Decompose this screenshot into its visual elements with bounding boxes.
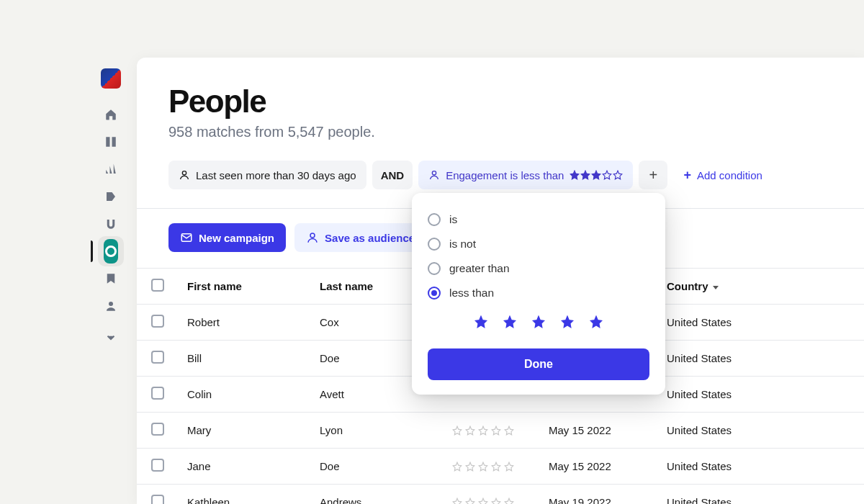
sidebar — [94, 68, 128, 345]
chevron-down-icon[interactable] — [104, 330, 118, 345]
filter-chip-label: Last seen more than 30 days ago — [196, 169, 356, 181]
new-campaign-button[interactable]: New campaign — [168, 223, 286, 252]
table-row[interactable]: JaneDoeMay 15 2022United States — [137, 449, 864, 485]
cell-last-seen: May 15 2022 — [537, 449, 655, 485]
cell-first-name: Colin — [176, 377, 308, 413]
star-picker — [428, 305, 649, 348]
radio-option[interactable]: greater than — [428, 256, 649, 281]
radio-label: is — [449, 213, 457, 226]
radio-option[interactable]: is not — [428, 232, 649, 256]
svg-point-2 — [109, 302, 113, 306]
page-subtitle: 958 matches from 5,547 people. — [168, 124, 832, 140]
row-checkbox[interactable] — [137, 341, 176, 377]
row-checkbox[interactable] — [137, 305, 176, 341]
cell-engagement — [441, 449, 537, 485]
radio-label: less than — [449, 287, 494, 300]
radio-option[interactable]: is — [428, 207, 649, 232]
home-icon[interactable] — [104, 107, 118, 122]
filter-popover: isis notgreater thanless than Done — [412, 193, 665, 395]
bookmark-icon[interactable] — [104, 271, 118, 286]
filter-operator[interactable]: AND — [372, 161, 413, 189]
row-checkbox[interactable] — [137, 413, 176, 449]
save-audience-button[interactable]: Save as audience — [294, 223, 426, 252]
star-icon[interactable] — [590, 315, 603, 331]
table-row[interactable]: MaryLyonMay 15 2022United States — [137, 413, 864, 449]
page-title: People — [168, 84, 832, 120]
radio-icon — [428, 287, 441, 300]
col-country[interactable]: Country — [655, 269, 864, 305]
add-condition-label: Add condition — [697, 169, 762, 181]
star-icon[interactable] — [532, 315, 545, 331]
cell-last-name: Andrews — [308, 485, 441, 505]
table-row[interactable]: KathleenAndrewsMay 19 2022United States — [137, 485, 864, 505]
plus-icon: + — [683, 168, 691, 183]
cell-first-name: Jane — [176, 449, 308, 485]
cell-country: United States — [655, 449, 864, 485]
radio-icon — [428, 262, 441, 275]
cell-engagement — [441, 485, 537, 505]
svg-point-4 — [432, 171, 436, 175]
radio-icon — [428, 213, 441, 226]
cell-last-seen: May 19 2022 — [537, 485, 655, 505]
filter-chip-last-seen[interactable]: Last seen more than 30 days ago — [168, 161, 366, 189]
cell-engagement — [441, 413, 537, 449]
svg-point-6 — [310, 233, 315, 238]
cell-first-name: Robert — [176, 305, 308, 341]
svg-point-3 — [182, 171, 186, 175]
select-all-header[interactable] — [137, 269, 176, 305]
star-icon[interactable] — [561, 315, 574, 331]
u-icon[interactable] — [104, 217, 118, 231]
cell-first-name: Kathleen — [176, 485, 308, 505]
row-checkbox[interactable] — [137, 449, 176, 485]
star-icon[interactable] — [474, 315, 487, 331]
svg-rect-0 — [106, 137, 109, 147]
svg-rect-1 — [112, 137, 116, 147]
radio-option[interactable]: less than — [428, 281, 649, 305]
people-nav-active[interactable] — [104, 244, 118, 258]
filter-chip-engagement-stars — [570, 170, 623, 180]
radio-label: is not — [449, 238, 476, 251]
cell-country: United States — [655, 413, 864, 449]
cell-country: United States — [655, 377, 864, 413]
cell-country: United States — [655, 341, 864, 377]
grid-icon[interactable] — [104, 135, 118, 149]
signal-icon[interactable] — [104, 162, 118, 176]
col-first-name[interactable]: First name — [176, 269, 308, 305]
add-filter-button[interactable]: + — [639, 161, 667, 189]
radio-label: greater than — [449, 262, 510, 275]
app-logo[interactable] — [101, 68, 121, 89]
cell-last-name: Doe — [308, 449, 441, 485]
profile-icon[interactable] — [104, 299, 118, 313]
save-audience-label: Save as audience — [325, 232, 415, 244]
filter-chip-engagement[interactable]: Engagement is less than — [418, 161, 633, 189]
filter-bar: Last seen more than 30 days ago AND Enga… — [168, 161, 832, 189]
tag-icon[interactable] — [104, 189, 118, 204]
filter-chip-engagement-label: Engagement is less than — [446, 169, 564, 181]
new-campaign-label: New campaign — [199, 232, 274, 244]
row-checkbox[interactable] — [137, 377, 176, 413]
cell-last-name: Lyon — [308, 413, 441, 449]
radio-icon — [428, 238, 441, 251]
cell-first-name: Mary — [176, 413, 308, 449]
cell-country: United States — [655, 305, 864, 341]
done-button[interactable]: Done — [428, 348, 649, 380]
star-icon[interactable] — [503, 315, 516, 331]
cell-first-name: Bill — [176, 341, 308, 377]
cell-last-seen: May 15 2022 — [537, 413, 655, 449]
cell-country: United States — [655, 485, 864, 505]
add-condition-link[interactable]: + Add condition — [683, 168, 762, 183]
row-checkbox[interactable] — [137, 485, 176, 505]
